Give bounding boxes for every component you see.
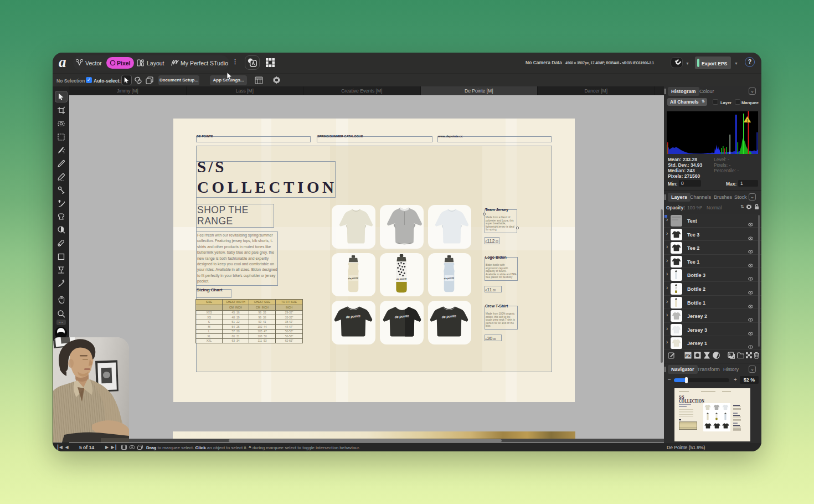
- svg-text:!: !: [746, 119, 748, 122]
- svg-text:FX: FX: [685, 353, 691, 358]
